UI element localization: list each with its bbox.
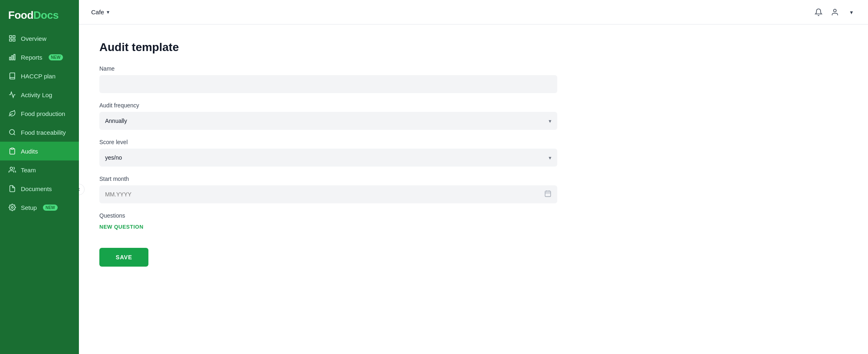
svg-rect-0 (9, 36, 11, 38)
sidebar-item-haccp[interactable]: HACCP plan (0, 67, 79, 85)
users-icon (8, 166, 16, 174)
svg-point-11 (11, 207, 13, 209)
sidebar-item-team[interactable]: Team (0, 160, 79, 179)
frequency-select[interactable]: Annually Monthly Weekly Daily (99, 112, 557, 130)
score-select-wrapper: yes/no 1-5 1-10 ▾ (99, 149, 557, 167)
header-left: Cafe ▾ (91, 9, 110, 16)
sidebar-item-haccp-label: HACCP plan (21, 73, 56, 80)
svg-rect-1 (13, 36, 15, 38)
bar-chart-icon (8, 53, 16, 61)
sidebar-item-setup[interactable]: Setup NEW (0, 198, 79, 217)
sidebar-item-reports-label: Reports (21, 54, 43, 61)
score-label: Score level (99, 139, 848, 145)
clipboard-icon (8, 147, 16, 155)
sidebar-item-overview[interactable]: Overview (0, 29, 79, 48)
svg-rect-2 (9, 39, 11, 41)
leaf-icon (8, 109, 16, 118)
reports-badge: NEW (49, 54, 63, 60)
page-title: Audit template (99, 41, 848, 54)
svg-rect-9 (11, 148, 13, 149)
content-area: Audit template Name Audit frequency Annu… (79, 24, 868, 354)
sidebar-item-setup-label: Setup (21, 204, 37, 211)
notification-bell-icon[interactable] (814, 8, 823, 17)
questions-form-group: Questions NEW QUESTION (99, 212, 848, 239)
start-month-label: Start month (99, 176, 848, 182)
book-icon (8, 72, 16, 80)
start-month-form-group: Start month (99, 176, 848, 203)
main-area: Cafe ▾ ▾ Audit template Name (79, 0, 868, 354)
svg-rect-3 (13, 39, 15, 41)
frequency-form-group: Audit frequency Annually Monthly Weekly … (99, 102, 848, 130)
save-button[interactable]: SAVE (99, 248, 148, 267)
search-icon (8, 128, 16, 136)
sidebar-item-audits-label: Audits (21, 148, 38, 155)
sidebar-item-reports[interactable]: Reports NEW (0, 48, 79, 67)
score-form-group: Score level yes/no 1-5 1-10 ▾ (99, 139, 848, 167)
svg-point-12 (834, 9, 837, 12)
frequency-label: Audit frequency (99, 102, 848, 109)
settings-icon (8, 203, 16, 212)
svg-line-8 (13, 134, 15, 135)
svg-rect-5 (12, 56, 13, 60)
file-icon (8, 185, 16, 193)
name-label: Name (99, 65, 848, 72)
cafe-chevron-icon[interactable]: ▾ (107, 9, 110, 15)
questions-label: Questions (99, 212, 848, 219)
sidebar-item-food-production-label: Food production (21, 110, 65, 117)
sidebar-item-team-label: Team (21, 167, 36, 174)
activity-icon (8, 91, 16, 99)
name-form-group: Name (99, 65, 848, 93)
sidebar: FoodDocs Overview Reports NEW HACCP plan… (0, 0, 79, 354)
sidebar-item-food-production[interactable]: Food production (0, 104, 79, 123)
svg-rect-4 (9, 57, 11, 60)
brand-name: FoodDocs (8, 9, 71, 22)
grid-icon (8, 34, 16, 42)
sidebar-item-food-traceability[interactable]: Food traceability (0, 123, 79, 142)
main-wrapper: Audit template Name Audit frequency Annu… (79, 24, 868, 354)
user-profile-icon[interactable] (830, 8, 839, 17)
sidebar-item-overview-label: Overview (21, 35, 47, 42)
start-month-date-wrapper (99, 185, 557, 203)
svg-rect-6 (14, 54, 15, 60)
svg-point-7 (9, 129, 14, 134)
header-right: ▾ (814, 8, 856, 17)
sidebar-item-audits[interactable]: Audits (0, 142, 79, 160)
svg-point-10 (10, 167, 13, 169)
score-select[interactable]: yes/no 1-5 1-10 (99, 149, 557, 167)
logo[interactable]: FoodDocs (0, 0, 79, 29)
frequency-select-wrapper: Annually Monthly Weekly Daily ▾ (99, 112, 557, 130)
sidebar-item-activity[interactable]: Activity Log (0, 85, 79, 104)
new-question-button[interactable]: NEW QUESTION (99, 224, 144, 230)
sidebar-item-documents-label: Documents (21, 185, 52, 192)
sidebar-item-documents[interactable]: Documents (0, 179, 79, 198)
start-month-input[interactable] (99, 185, 557, 203)
sidebar-item-activity-label: Activity Log (21, 91, 52, 98)
cafe-selector-label[interactable]: Cafe (91, 9, 104, 16)
expand-icon[interactable]: ▾ (847, 8, 856, 17)
sidebar-item-food-traceability-label: Food traceability (21, 129, 66, 136)
name-input[interactable] (99, 75, 557, 93)
header: Cafe ▾ ▾ (79, 0, 868, 24)
setup-badge: NEW (43, 205, 57, 211)
